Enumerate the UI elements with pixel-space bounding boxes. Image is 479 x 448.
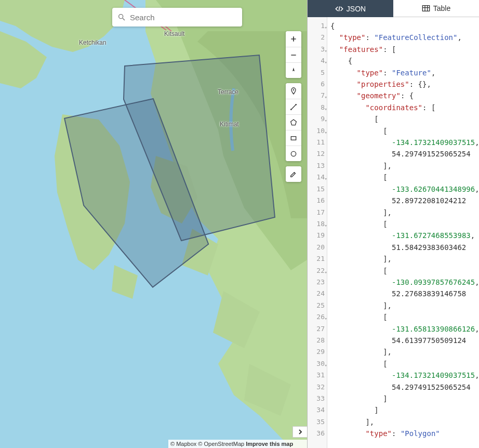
zoom-in-button[interactable] [286, 31, 301, 47]
edit-icon [289, 170, 298, 178]
app-root: Ketchikan Kitsault Terrace Kitimat [0, 0, 479, 448]
search-box[interactable] [112, 8, 242, 27]
code-gutter: 1234567891011121314151617181920212223242… [308, 17, 327, 448]
map-pane[interactable]: Ketchikan Kitsault Terrace Kitimat [0, 0, 307, 448]
polygon-icon [289, 118, 298, 127]
code-editor[interactable]: 1234567891011121314151617181920212223242… [308, 17, 479, 448]
tab-table[interactable]: Table [393, 0, 479, 17]
circle-icon [289, 150, 298, 158]
marker-icon [289, 87, 298, 95]
svg-line-6 [291, 105, 295, 109]
search-input[interactable] [130, 13, 237, 22]
tab-json[interactable]: JSON [308, 0, 393, 17]
tab-json-label: JSON [347, 5, 366, 13]
chevron-right-icon [298, 429, 303, 434]
draw-line-button[interactable] [286, 99, 301, 114]
attribution-mapbox[interactable]: © Mapbox [170, 441, 196, 447]
draw-rectangle-button[interactable] [286, 130, 301, 146]
svg-line-9 [339, 6, 339, 11]
svg-line-2 [123, 18, 125, 20]
map-background [0, 0, 307, 448]
rectangle-icon [289, 134, 298, 142]
plus-icon [289, 35, 298, 43]
minus-icon [289, 51, 298, 59]
map-attribution: © Mapbox © OpenStreetMap Improve this ma… [168, 440, 307, 448]
edit-controls [286, 166, 301, 182]
compass-icon [289, 67, 298, 75]
code-body[interactable]: { "type": "FeatureCollection", "features… [327, 17, 479, 448]
table-icon [422, 5, 430, 12]
line-icon [289, 103, 298, 111]
zoom-out-button[interactable] [286, 47, 301, 62]
edit-button[interactable] [286, 166, 301, 182]
draw-marker-button[interactable] [286, 83, 301, 99]
svg-point-3 [293, 89, 295, 91]
svg-point-5 [295, 104, 297, 106]
search-icon [117, 13, 126, 21]
editor-tabs: JSON Table [308, 0, 479, 17]
editor-pane: JSON Table 12345678910111213141516171819… [307, 0, 479, 448]
compass-button[interactable] [286, 62, 301, 78]
svg-point-1 [119, 15, 123, 19]
attribution-improve[interactable]: Improve this map [246, 441, 293, 447]
svg-rect-10 [422, 6, 429, 11]
collapse-panel-button[interactable] [292, 426, 307, 438]
svg-point-4 [290, 109, 292, 110]
svg-rect-7 [291, 136, 296, 140]
draw-controls [286, 83, 301, 161]
draw-polygon-button[interactable] [286, 114, 301, 130]
attribution-osm[interactable]: © OpenStreetMap [198, 441, 244, 447]
svg-point-8 [291, 151, 296, 156]
tab-table-label: Table [433, 4, 450, 12]
code-icon [335, 5, 343, 12]
nav-controls [286, 31, 301, 78]
draw-circle-button[interactable] [286, 146, 301, 161]
